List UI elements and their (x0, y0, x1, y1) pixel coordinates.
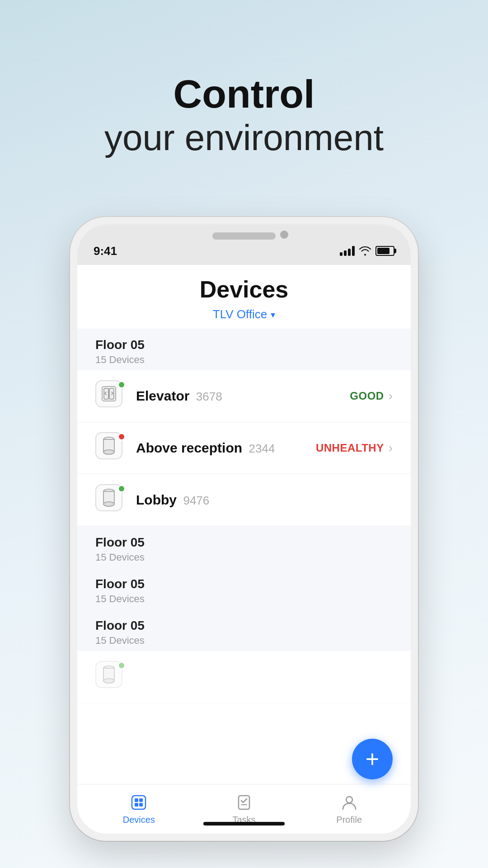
elevator-status-label: GOOD (350, 390, 384, 402)
lobby-name: Lobby (136, 492, 177, 507)
lobby-icon-wrap (95, 484, 127, 516)
tab-profile[interactable]: Profile (296, 788, 402, 830)
floor-count-2: 15 Devices (95, 552, 393, 563)
status-bar: 9:41 (77, 224, 411, 265)
svg-rect-16 (139, 803, 143, 807)
floor-name-3: Floor 05 (95, 577, 393, 591)
elevator-name: Elevator (136, 388, 189, 403)
floor-section-2: Floor 05 15 Devices (77, 526, 411, 568)
svg-rect-15 (135, 803, 138, 807)
status-icons (340, 246, 394, 256)
devices-tab-label: Devices (123, 815, 155, 825)
lobby-id: 9476 (183, 494, 209, 507)
svg-rect-2 (109, 388, 114, 399)
above-reception-chevron-icon: › (389, 441, 393, 455)
device-row-above-reception[interactable]: Above reception 2344 UNHEALTHY › (77, 422, 411, 474)
device-row-lobby[interactable]: Lobby 9476 (77, 474, 411, 526)
add-icon: + (366, 747, 379, 771)
floor-count-3: 15 Devices (95, 593, 393, 605)
elevator-id: 3678 (196, 390, 222, 403)
lobby-status-dot (118, 485, 125, 492)
chevron-down-icon: ▾ (271, 309, 275, 320)
screen-title: Devices (95, 276, 393, 303)
battery-icon (375, 246, 394, 256)
above-reception-name: Above reception (136, 440, 242, 455)
above-reception-id: 2344 (249, 442, 275, 455)
svg-point-8 (103, 502, 114, 506)
tasks-tab-icon (235, 793, 253, 812)
location-selector[interactable]: TLV Office ▾ (213, 307, 275, 321)
notch-pill (212, 232, 276, 240)
svg-rect-1 (104, 388, 108, 399)
svg-rect-13 (135, 798, 138, 802)
svg-rect-17 (239, 796, 249, 809)
location-text: TLV Office (213, 307, 267, 321)
devices-tab-icon (129, 793, 148, 812)
profile-tab-icon (340, 793, 359, 812)
hero-section: Control your environment (0, 72, 488, 160)
phone-screen: 9:41 Devic (77, 224, 411, 834)
screen-inner: Devices TLV Office ▾ Floor 05 15 Devices (77, 265, 411, 834)
hero-subtitle: your environment (0, 116, 488, 160)
status-time: 9:41 (94, 244, 117, 258)
svg-point-19 (346, 797, 352, 803)
partial-icon-wrap (95, 661, 127, 693)
device-row-elevator[interactable]: Elevator 3678 GOOD › (77, 370, 411, 422)
tab-devices[interactable]: Devices (86, 788, 192, 830)
profile-tab-label: Profile (336, 815, 362, 825)
svg-point-5 (103, 450, 114, 454)
screen-header: Devices TLV Office ▾ (77, 265, 411, 329)
floor-count-1: 15 Devices (95, 354, 393, 366)
signal-icon (340, 246, 355, 256)
lobby-info: Lobby 9476 (127, 492, 393, 508)
home-indicator (203, 822, 285, 826)
above-reception-status-label: UNHEALTHY (316, 442, 384, 454)
floor-name-2: Floor 05 (95, 535, 393, 550)
elevator-info: Elevator 3678 (127, 388, 350, 404)
device-list: Floor 05 15 Devices (77, 329, 411, 784)
above-reception-info: Above reception 2344 (127, 440, 316, 456)
elevator-status-dot (118, 381, 125, 388)
add-device-fab[interactable]: + (352, 739, 393, 779)
floor-section-1: Floor 05 15 Devices (77, 329, 411, 370)
floor-name-4: Floor 05 (95, 618, 393, 633)
wifi-icon (359, 246, 371, 255)
hero-title: Control (0, 72, 488, 116)
svg-rect-14 (139, 798, 143, 802)
svg-point-11 (103, 679, 114, 683)
partial-status-dot (118, 662, 125, 669)
floor-section-4: Floor 05 15 Devices (77, 609, 411, 651)
svg-rect-12 (132, 796, 145, 809)
above-reception-icon-wrap (95, 432, 127, 464)
device-row-partial[interactable] (77, 651, 411, 703)
above-reception-status-dot (118, 433, 125, 440)
floor-count-4: 15 Devices (95, 635, 393, 646)
elevator-chevron-icon: › (389, 389, 393, 403)
floor-section-3: Floor 05 15 Devices (77, 568, 411, 609)
bottom-tab-bar: Devices Tasks (77, 784, 411, 834)
notch-camera (280, 231, 288, 239)
elevator-icon-wrap (95, 380, 127, 412)
phone-frame: 9:41 Devic (70, 217, 418, 841)
floor-name-1: Floor 05 (95, 338, 393, 352)
